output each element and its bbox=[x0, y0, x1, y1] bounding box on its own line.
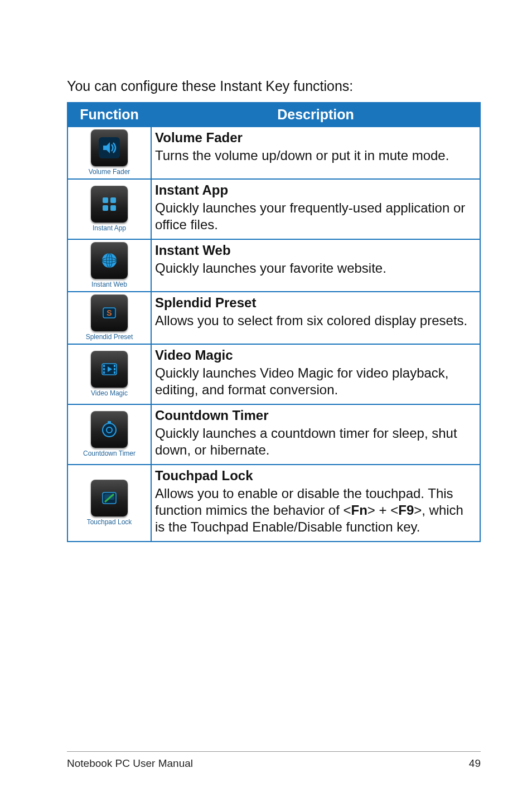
row-title: Touchpad Lock bbox=[155, 467, 476, 484]
icon-caption: Touchpad Lock bbox=[87, 518, 132, 526]
intro-text: You can configure these Instant Key func… bbox=[67, 78, 481, 94]
row-desc: Allows you to select from six colored di… bbox=[155, 313, 467, 328]
page-footer: Notebook PC User Manual 49 bbox=[67, 751, 481, 770]
icon-caption: Video Magic bbox=[91, 389, 128, 398]
instant-app-icon bbox=[91, 186, 128, 223]
svg-point-21 bbox=[103, 423, 116, 437]
row-title: Video Magic bbox=[155, 347, 476, 364]
svg-rect-15 bbox=[103, 368, 105, 370]
row-title: Countdown Timer bbox=[155, 407, 476, 424]
icon-caption: Instant App bbox=[93, 224, 126, 233]
svg-rect-19 bbox=[114, 371, 115, 374]
icon-caption: Splendid Preset bbox=[86, 333, 133, 341]
table-row: Instant Web Instant Web Quickly launches… bbox=[67, 239, 480, 292]
countdown-timer-icon bbox=[91, 411, 128, 448]
volume-fader-icon bbox=[91, 129, 128, 166]
svg-rect-23 bbox=[108, 421, 111, 423]
table-row: S Splendid Preset Splendid Preset Allows… bbox=[67, 292, 480, 344]
instant-key-table: Function Description bbox=[67, 102, 481, 542]
svg-rect-2 bbox=[103, 197, 108, 203]
table-row: Video Magic Video Magic Quickly launches… bbox=[67, 344, 480, 404]
table-row: Touchpad Lock Touchpad Lock Allows you t… bbox=[67, 465, 480, 542]
icon-caption: Instant Web bbox=[91, 281, 127, 289]
icon-caption: Countdown Timer bbox=[83, 450, 136, 458]
row-desc: Allows you to enable or disable the touc… bbox=[155, 486, 463, 534]
row-title: Instant App bbox=[155, 182, 476, 199]
footer-left: Notebook PC User Manual bbox=[67, 757, 193, 770]
instant-web-icon bbox=[91, 242, 128, 279]
row-title: Volume Fader bbox=[155, 129, 476, 146]
row-desc-mid: > + < bbox=[367, 503, 398, 518]
svg-text:S: S bbox=[107, 308, 112, 317]
col-description: Description bbox=[151, 103, 480, 127]
col-function: Function bbox=[67, 103, 151, 127]
svg-rect-4 bbox=[103, 205, 108, 211]
svg-rect-17 bbox=[114, 365, 115, 367]
row-desc: Quickly launches Video Magic for video p… bbox=[155, 365, 449, 397]
icon-caption: Volume Fader bbox=[89, 168, 130, 176]
fn-key-1: Fn bbox=[351, 503, 367, 518]
svg-rect-18 bbox=[114, 368, 115, 370]
svg-rect-3 bbox=[110, 197, 116, 203]
row-desc: Quickly launches your favorite website. bbox=[155, 260, 386, 276]
table-row: Instant App Instant App Quickly launches… bbox=[67, 179, 480, 239]
row-desc: Turns the volume up/down or put it in mu… bbox=[155, 148, 449, 163]
svg-rect-14 bbox=[103, 365, 105, 367]
splendid-preset-icon: S bbox=[91, 294, 128, 331]
footer-page-number: 49 bbox=[469, 757, 481, 770]
row-desc: Quickly launches your frequently-used ap… bbox=[155, 200, 465, 232]
fn-key-2: F9 bbox=[398, 503, 414, 518]
table-row: Volume Fader Volume Fader Turns the volu… bbox=[67, 127, 480, 179]
video-magic-icon bbox=[91, 351, 128, 388]
row-title: Splendid Preset bbox=[155, 294, 476, 311]
touchpad-lock-icon bbox=[91, 480, 128, 516]
row-title: Instant Web bbox=[155, 242, 476, 259]
svg-rect-16 bbox=[103, 371, 105, 374]
table-row: Countdown Timer Countdown Timer Quickly … bbox=[67, 404, 480, 465]
svg-rect-5 bbox=[110, 205, 116, 211]
row-desc: Quickly launches a countdown timer for s… bbox=[155, 426, 457, 457]
